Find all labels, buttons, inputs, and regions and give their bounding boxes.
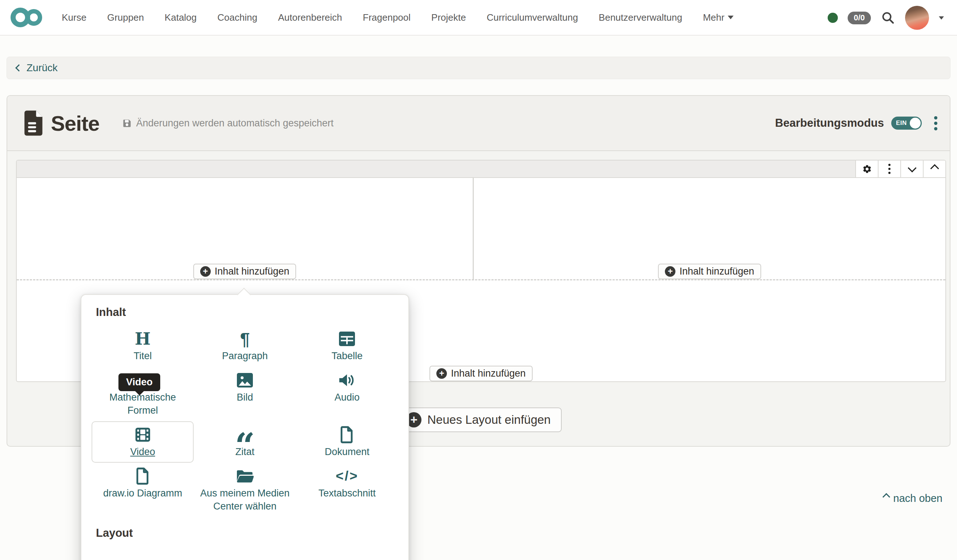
nav-item-autorenbereich[interactable]: Autorenbereich: [278, 12, 342, 23]
popup-item-textabschnitt[interactable]: </> Textabschnitt: [296, 463, 398, 517]
content-items-grid: H Titel ¶ Paragraph Tabelle √x Mathemati…: [92, 325, 398, 517]
nav-item-mehr[interactable]: Mehr: [703, 12, 734, 23]
video-tooltip: Video: [118, 373, 160, 391]
chevron-up-icon: [930, 164, 939, 173]
separator-icon: ↔: [133, 548, 153, 560]
page-editor-header: Seite Änderungen werden automatisch gesp…: [7, 96, 950, 151]
user-menu-caret[interactable]: [939, 16, 944, 20]
page-title-group: Seite: [22, 110, 99, 137]
media-center-folder-icon: [235, 468, 254, 484]
popup-item-audio[interactable]: Audio: [296, 367, 398, 421]
nav-item-gruppen[interactable]: Gruppen: [107, 12, 144, 23]
new-layout-label: Neues Layout einfügen: [427, 413, 550, 427]
add-content-label: Inhalt hinzufügen: [451, 368, 526, 379]
edit-mode-toggle[interactable]: EIN: [891, 117, 922, 129]
popup-item-medien-center[interactable]: Aus meinem Medien Center wählen: [194, 463, 296, 517]
nav-item-kurse[interactable]: Kurse: [62, 12, 87, 23]
layout-column-1-dropzone: + Inhalt hinzufügen: [17, 178, 474, 279]
breadcrumb-bar: Zurück: [6, 57, 951, 79]
add-content-label: Inhalt hinzufügen: [679, 266, 754, 277]
heading-icon: H: [135, 329, 150, 349]
layout-more-options-button[interactable]: [878, 161, 900, 177]
add-content-button-col1[interactable]: + Inhalt hinzufügen: [193, 263, 297, 279]
page-document-icon: [22, 110, 44, 137]
chevron-down-icon: [939, 16, 944, 20]
popup-item-drawio-diagramm[interactable]: draw.io Diagramm: [92, 463, 194, 517]
layout-column-2-dropzone: + Inhalt hinzufügen: [474, 178, 945, 279]
main-menu: Kurse Gruppen Katalog Coaching Autorenbe…: [62, 12, 734, 23]
paragraph-icon: ¶: [240, 329, 250, 349]
table-icon: [338, 331, 356, 347]
add-content-label: Inhalt hinzufügen: [215, 266, 290, 277]
nav-item-projekte[interactable]: Projekte: [431, 12, 466, 23]
plus-icon: +: [200, 266, 211, 277]
autosave-note: Änderungen werden automatisch gespeicher…: [122, 118, 333, 129]
popup-item-zitat[interactable]: “ Zitat: [194, 421, 296, 463]
move-layout-down-button[interactable]: [900, 161, 923, 177]
chevron-down-icon: [908, 163, 916, 172]
video-icon: [134, 427, 151, 443]
edit-mode-group: Bearbeitungsmodus EIN: [775, 115, 939, 132]
toggle-knob: [910, 118, 921, 129]
kebab-icon: [934, 116, 937, 120]
back-button[interactable]: Zurück: [16, 62, 58, 74]
audio-icon: [338, 372, 356, 388]
chevron-down-icon: [728, 16, 734, 19]
popup-section-inhalt-title: Inhalt: [96, 306, 398, 319]
top-navbar: Kurse Gruppen Katalog Coaching Autorenbe…: [0, 0, 957, 36]
drawio-file-icon: [136, 467, 150, 485]
popup-item-bild[interactable]: Bild: [194, 367, 296, 421]
text-section-icon: </>: [336, 469, 358, 484]
popup-item-video[interactable]: Video: [92, 421, 194, 463]
toggle-state-label: EIN: [896, 120, 907, 127]
chat-count-badge[interactable]: 0/0: [848, 12, 871, 24]
popup-section-layout-title: Layout: [96, 527, 398, 539]
image-icon: [236, 372, 254, 388]
page-title: Seite: [51, 111, 99, 136]
add-content-popup: Inhalt H Titel ¶ Paragraph Tabelle √x: [81, 294, 409, 560]
search-icon: [881, 11, 895, 25]
kebab-icon: [888, 164, 891, 174]
document-icon: [340, 426, 354, 443]
layout-items-grid: ↔ Separator: [92, 546, 398, 560]
insert-new-layout-button[interactable]: + Neues Layout einfügen: [395, 407, 561, 432]
add-content-button-row2[interactable]: + Inhalt hinzufügen: [430, 366, 533, 381]
chevron-up-icon: [882, 493, 890, 501]
nav-item-benutzerverwaltung[interactable]: Benutzerverwaltung: [599, 12, 682, 23]
edit-mode-label: Bearbeitungsmodus: [775, 117, 884, 129]
chevron-left-icon: [15, 64, 22, 71]
popup-item-dokument[interactable]: Dokument: [296, 421, 398, 463]
layout-block-toolbar: [17, 161, 945, 178]
popup-item-tabelle[interactable]: Tabelle: [296, 325, 398, 367]
layout-row-1: + Inhalt hinzufügen + Inhalt hinzufügen: [17, 178, 945, 280]
popup-item-separator[interactable]: ↔ Separator: [92, 546, 194, 560]
back-label: Zurück: [27, 62, 58, 74]
nav-mehr-label: Mehr: [703, 12, 725, 23]
popup-item-paragraph[interactable]: ¶ Paragraph: [194, 325, 296, 367]
save-icon: [122, 118, 132, 128]
online-status-dot: [828, 13, 838, 23]
nav-item-katalog[interactable]: Katalog: [164, 12, 197, 23]
navbar-right-cluster: 0/0: [828, 0, 944, 36]
nav-item-curriculumverwaltung[interactable]: Curriculumverwaltung: [486, 12, 578, 23]
user-avatar[interactable]: [905, 6, 929, 30]
move-layout-up-button[interactable]: [923, 161, 945, 177]
plus-icon: +: [436, 368, 447, 379]
page-options-kebab-menu[interactable]: [933, 115, 939, 132]
nav-item-coaching[interactable]: Coaching: [217, 12, 257, 23]
add-content-button-col2[interactable]: + Inhalt hinzufügen: [658, 263, 761, 279]
openolat-infinity-logo[interactable]: [9, 6, 46, 29]
popup-item-titel[interactable]: H Titel: [92, 325, 194, 367]
nav-item-fragenpool[interactable]: Fragenpool: [363, 12, 411, 23]
gear-icon: [862, 164, 872, 174]
back-to-top-link[interactable]: nach oben: [884, 492, 943, 505]
back-to-top-label: nach oben: [894, 492, 943, 505]
layout-settings-button[interactable]: [855, 161, 878, 177]
search-button[interactable]: [881, 11, 895, 25]
autosave-text: Änderungen werden automatisch gespeicher…: [136, 118, 333, 129]
plus-icon: +: [665, 266, 676, 277]
quote-icon: “: [235, 424, 255, 445]
